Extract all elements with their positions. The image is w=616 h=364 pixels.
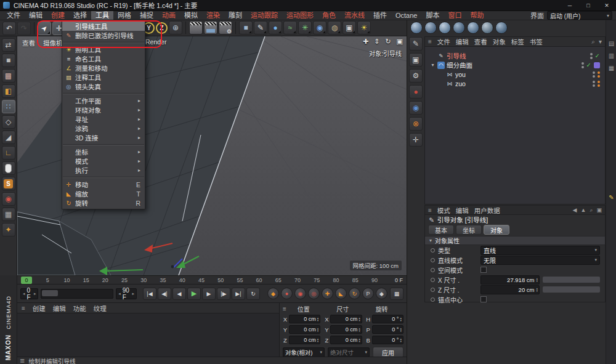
coordinate-field[interactable]: 0 °▴▾ <box>372 315 403 323</box>
object-manager-menu-item[interactable]: 查看 <box>474 37 487 46</box>
add-camera-button[interactable]: ▣ <box>342 21 356 34</box>
stepper-down-icon[interactable]: ▾ <box>400 340 402 342</box>
stepper-down-icon[interactable]: ▾ <box>400 330 402 332</box>
attr-up-icon[interactable]: ▲ <box>581 207 586 214</box>
palette-sphere-1[interactable] <box>410 22 423 34</box>
timeline-ruler[interactable]: 051015202530354045505560657075808590 0 F <box>17 275 407 284</box>
menubar-item[interactable]: 运动图形 <box>282 11 318 20</box>
tools-menu-item[interactable]: 执行▸ <box>62 166 145 175</box>
layout-tab-2[interactable]: ▥ <box>609 52 614 59</box>
tools-menu-item[interactable]: 工作平面▸ <box>62 96 145 105</box>
attribute-checkbox[interactable] <box>480 267 487 273</box>
object-manager-menu-item[interactable]: 对象 <box>493 37 506 46</box>
render-view-button[interactable] <box>189 21 203 34</box>
zoom-view-icon[interactable]: ⇕ <box>374 38 379 46</box>
settings-gear-button[interactable]: ⚙ <box>409 69 423 83</box>
expander-icon[interactable]: ▾ <box>430 62 436 68</box>
visibility-dots[interactable] <box>590 53 593 59</box>
menubar-item[interactable]: 工具 <box>91 11 113 20</box>
object-row[interactable]: ✎引导线✓ <box>425 51 605 60</box>
visibility-dot-top[interactable] <box>593 81 595 83</box>
layout-tab-1[interactable]: ▤ <box>609 40 614 47</box>
tools-menu-item[interactable]: ▤注释工具 <box>62 73 145 82</box>
solo-options-button[interactable]: ✦ <box>2 223 15 237</box>
coordinate-field[interactable]: 0 cm▴▾ <box>330 315 362 323</box>
visibility-dots[interactable] <box>593 71 595 78</box>
play-button[interactable]: ▶ <box>187 288 201 300</box>
tools-menu-item[interactable]: ◣缩放T <box>62 189 145 198</box>
xyz-axis-button[interactable]: ✛ <box>409 133 423 147</box>
menubar-item[interactable]: 窗口 <box>444 11 466 20</box>
object-manager-menu-item[interactable]: 文件 <box>437 37 450 46</box>
attribute-menu-item[interactable]: 用户数据 <box>474 206 500 215</box>
tab-基本[interactable]: 基本 <box>428 225 454 235</box>
add-mograph-button[interactable]: ✳ <box>298 21 312 34</box>
polygons-mode-button[interactable]: ◢ <box>2 131 15 144</box>
spline-pen-button[interactable]: ✎ <box>409 37 423 51</box>
stepper-icons[interactable]: ▴▾ <box>359 327 360 332</box>
pan-view-icon[interactable]: ✚ <box>363 38 368 46</box>
tools-menu-item[interactable]: ≡命名工具 <box>62 54 145 63</box>
menubar-item[interactable]: 模拟 <box>180 11 202 20</box>
tools-menu-item[interactable]: ↻旋转R <box>62 198 145 208</box>
menubar-item[interactable]: 文件 <box>2 11 25 20</box>
layer-dots[interactable] <box>598 81 600 87</box>
visibility-dots[interactable] <box>582 62 584 68</box>
material-menu-item[interactable]: 功能 <box>73 304 86 313</box>
coordinate-field[interactable]: 0 °▴▾ <box>372 336 403 344</box>
modeling-stack-button[interactable]: ▣ <box>409 53 423 67</box>
tab-坐标[interactable]: 坐标 <box>456 225 482 235</box>
object-row[interactable]: ⋈zuo <box>425 79 605 88</box>
enabled-check-icon[interactable]: ✓ <box>586 62 591 68</box>
layer-dot-bottom[interactable] <box>598 84 600 87</box>
add-subdivision-button[interactable]: ● <box>269 21 282 34</box>
menubar-item[interactable]: 捕捉 <box>136 11 158 20</box>
loop-button[interactable]: ↻ <box>246 288 260 300</box>
stepper-icons[interactable]: ▴▾ <box>317 317 319 322</box>
object-row[interactable]: ⋈you <box>425 70 605 79</box>
stepper-down-icon[interactable]: ▾ <box>317 319 319 322</box>
orbit-view-icon[interactable]: ↻ <box>385 38 391 46</box>
tools-menu-item[interactable]: ✛移动E <box>62 180 145 189</box>
material-menu-item[interactable]: 编辑 <box>53 304 66 313</box>
stepper-down-icon[interactable]: ▾ <box>400 319 402 322</box>
current-frame-spinner[interactable]: ◂ 0 F ▸ <box>20 288 38 299</box>
material-menu-item[interactable]: 纹理 <box>94 304 107 313</box>
menubar-item[interactable]: 运动跟踪 <box>246 11 282 20</box>
tools-menu-item[interactable]: ∠测量和移动 <box>62 63 145 73</box>
record-options-button[interactable]: ◉ <box>294 288 306 299</box>
preview-range-slider[interactable] <box>41 289 113 299</box>
om-filter-icon[interactable]: ▾ <box>599 38 602 46</box>
add-spline-button[interactable]: ✎ <box>254 21 267 34</box>
prev-key-button[interactable]: ◀| <box>158 288 171 300</box>
object-manager-menu-item[interactable]: 书签 <box>530 37 543 46</box>
om-search-icon[interactable]: ⌕ <box>591 38 595 46</box>
menubar-item[interactable]: 选择 <box>69 11 91 20</box>
close-button[interactable]: ✕ <box>598 0 616 11</box>
layer-dot-top[interactable] <box>598 81 600 83</box>
record-pla-button[interactable]: ◆ <box>376 288 387 299</box>
stepper-down-icon[interactable]: ▾ <box>359 330 360 332</box>
visibility-dots[interactable] <box>593 81 595 87</box>
stepper-down-icon[interactable]: ▾ <box>536 289 538 292</box>
spinner-right-icon[interactable]: ▸ <box>34 291 36 296</box>
coordinate-field[interactable]: 0 °▴▾ <box>372 325 403 334</box>
hamburger-icon[interactable]: ≡ <box>283 305 286 312</box>
attribute-section-header[interactable]: ▾ 对象属性 <box>425 236 605 245</box>
stepper-icons[interactable]: ▴▾ <box>536 287 538 292</box>
visibility-dot-top[interactable] <box>593 71 595 74</box>
size-mode-select[interactable]: 绝对尺寸 ▾ <box>328 347 370 357</box>
tools-menu-item[interactable]: ✎删除已激活的引导线 <box>62 31 145 40</box>
tools-menu-item[interactable]: 引导线工具 <box>62 22 145 31</box>
coordinate-field[interactable]: 0 cm▴▾ <box>289 336 320 344</box>
hamburger-icon[interactable]: ≡ <box>428 38 432 45</box>
stepper-icons[interactable]: ▴▾ <box>317 327 319 332</box>
attribute-number-field[interactable]: 20 cm▴▾ <box>480 285 540 294</box>
goto-end-button[interactable]: ▶| <box>232 288 245 300</box>
toggle-views-icon[interactable]: ▣ <box>397 38 403 46</box>
palette-sphere-2[interactable] <box>424 22 437 34</box>
tools-menu-item[interactable]: 模式▸ <box>62 156 145 166</box>
record-keyframe-button[interactable]: ◆ <box>267 288 279 299</box>
tools-menu-item[interactable]: 寻址▸ <box>62 115 145 124</box>
blue-sphere-button[interactable]: ◉ <box>409 101 423 115</box>
